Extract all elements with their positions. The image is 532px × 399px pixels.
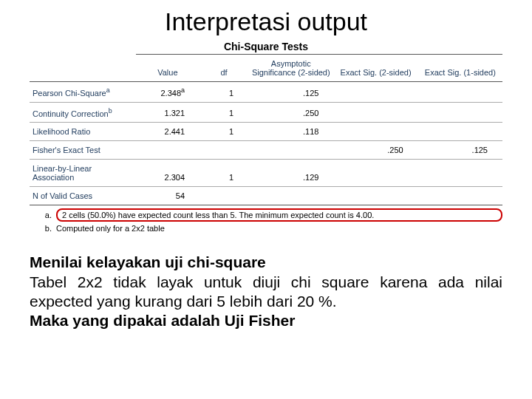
row-label: N of Valid Cases [30,187,136,205]
table-row: Pearson Chi-Squarea2.348a1.125 [30,82,502,103]
row-label: Continuity Correctionb [30,102,136,123]
cell-value: 2.348a [136,82,200,103]
table-row: Likelihood Ratio2.4411.118 [30,123,502,141]
cell-asymp [248,187,333,205]
body-paragraph-1: Tabel 2x2 tidak layak untuk diuji chi sq… [30,273,502,312]
cell-exact2: .250 [333,141,417,160]
cell-asymp [248,141,333,160]
table-row: Linear-by-Linear Association2.3041.129 [30,160,502,187]
col-df: df [200,55,248,82]
chi-square-table: Value df Asymptotic Significance (2-side… [30,54,502,205]
body-text: Menilai kelayakan uji chi-square Tabel 2… [30,253,502,330]
footnote-b-mark: b. [30,224,56,233]
table-title: Chi-Square Tests [30,41,502,52]
cell-exact2 [333,102,417,123]
row-label: Likelihood Ratio [30,123,136,141]
cell-exact2 [333,160,417,187]
table-header-row: Value df Asymptotic Significance (2-side… [30,55,502,82]
row-label-sup: a [106,86,110,94]
cell-exact2 [333,187,417,205]
cell-exact1 [418,187,502,205]
footnote-b: b. Computed only for a 2x2 table [30,224,502,233]
cell-df: 1 [200,123,248,141]
cell-exact1 [418,82,502,103]
table-row: Continuity Correctionb1.3211.250 [30,102,502,123]
cell-exact1 [418,160,502,187]
cell-exact1: .125 [418,141,502,160]
cell-exact2 [333,123,417,141]
cell-exact2 [333,82,417,103]
cell-df: 1 [200,82,248,103]
table-row: Fisher's Exact Test.250.125 [30,141,502,160]
slide-title: Interpretasi output [30,7,502,36]
cell-value: 54 [136,187,200,205]
cell-df: 1 [200,102,248,123]
footnote-a-text: 2 cells (50.0%) have expected count less… [56,208,502,222]
cell-df [200,187,248,205]
col-blank [30,55,136,82]
table-row: N of Valid Cases54 [30,187,502,205]
cell-value: 2.304 [136,160,200,187]
footnote-a-mark: a. [30,211,56,219]
cell-exact1 [418,102,502,123]
row-label: Fisher's Exact Test [30,141,136,160]
body-paragraph-2: Maka yang dipakai adalah Uji Fisher [30,311,502,330]
row-label-sup: b [109,107,112,115]
cell-value [136,141,200,160]
footnotes: a. 2 cells (50.0%) have expected count l… [30,208,502,233]
cell-asymp: .118 [248,123,333,141]
cell-asymp: .250 [248,102,333,123]
cell-df: 1 [200,160,248,187]
col-asymp: Asymptotic Significance (2-sided) [248,55,333,82]
cell-df [200,141,248,160]
cell-exact1 [418,123,502,141]
col-exact2: Exact Sig. (2-sided) [333,55,417,82]
body-subtitle: Menilai kelayakan uji chi-square [30,253,502,272]
row-label: Linear-by-Linear Association [30,160,136,187]
footnote-b-text: Computed only for a 2x2 table [56,224,502,233]
cell-asymp: .125 [248,82,333,103]
cell-value: 1.321 [136,102,200,123]
cell-value-sup: a [181,86,185,94]
col-value: Value [136,55,200,82]
cell-value: 2.441 [136,123,200,141]
cell-asymp: .129 [248,160,333,187]
footnote-a: a. 2 cells (50.0%) have expected count l… [30,208,502,222]
row-label: Pearson Chi-Squarea [30,82,136,103]
col-exact1: Exact Sig. (1-sided) [418,55,502,82]
